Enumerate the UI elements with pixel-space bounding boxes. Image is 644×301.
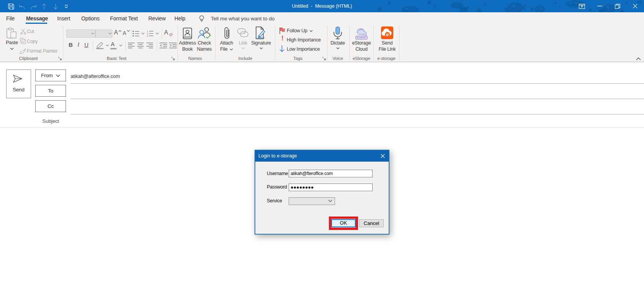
svg-text:3: 3 bbox=[147, 35, 148, 37]
svg-text:e: e bbox=[386, 32, 389, 37]
